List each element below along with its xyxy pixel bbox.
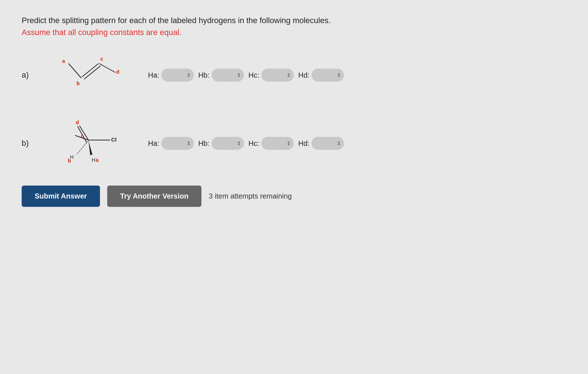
molecule-b-container: d c Cl H b H a	[47, 116, 134, 171]
instruction-line1: Predict the splitting pattern for each o…	[22, 16, 331, 25]
hb-select-b[interactable]: doublet triplet quartet singlet dd	[212, 137, 244, 150]
molecule-a-svg: a b c d	[47, 53, 126, 96]
hc-select-a[interactable]: doublet triplet quartet singlet dd	[261, 69, 294, 82]
attempts-text: 3 item attempts remaining	[209, 192, 292, 200]
label-b: b	[77, 81, 80, 86]
bond-bc-2	[84, 66, 101, 79]
hc-select-wrapper-a[interactable]: doublet triplet quartet singlet dd	[261, 69, 294, 82]
bond-cd	[99, 64, 116, 73]
answer-group-b-ha: Ha: doublet triplet quartet singlet dd	[148, 137, 194, 150]
hc-label-a: Hc:	[248, 71, 259, 79]
hc-select-b[interactable]: doublet triplet quartet singlet dd	[261, 137, 294, 150]
hb-select-wrapper-b[interactable]: doublet triplet quartet singlet dd	[212, 137, 244, 150]
problem-label-b: b)	[22, 139, 32, 148]
hb-select-a[interactable]: doublet triplet quartet singlet dd	[212, 69, 244, 82]
label-cl: Cl	[111, 136, 117, 143]
label-a: a	[62, 58, 65, 64]
molecule-b-svg: d c Cl H b H a	[47, 116, 130, 170]
label-b-b: b	[68, 158, 71, 164]
bond-hb	[77, 141, 88, 155]
hb-select-wrapper-a[interactable]: doublet triplet quartet singlet dd	[212, 69, 244, 82]
problem-row-a: a)	[22, 53, 566, 97]
molecule-a-container: a b c d	[47, 53, 134, 97]
main-container: Predict the splitting pattern for each o…	[0, 0, 588, 374]
answer-group-b-hc: Hc: doublet triplet quartet singlet dd	[248, 137, 294, 150]
instructions: Predict the splitting pattern for each o…	[22, 14, 566, 38]
bond-ha-wedge	[88, 141, 92, 155]
ha-select-wrapper-a[interactable]: doublet triplet quartet singlet dd	[161, 69, 194, 82]
ha-label-b: Ha:	[148, 139, 159, 148]
answer-group-b-hb: Hb: doublet triplet quartet singlet dd	[198, 137, 244, 150]
label-c-b: c	[81, 133, 84, 139]
answer-group-a-ha: Ha: doublet triplet quartet singlet dd	[148, 69, 194, 82]
hd-label-a: Hd:	[298, 71, 309, 79]
answer-group-a-hd: Hd: doublet triplet quartet singlet dd	[298, 69, 344, 82]
bond-ab	[69, 64, 81, 78]
ha-select-wrapper-b[interactable]: doublet triplet quartet singlet dd	[161, 137, 194, 150]
answer-group-b-hd: Hd: doublet triplet quartet singlet dd	[298, 137, 344, 150]
hd-select-a[interactable]: doublet triplet quartet singlet dd	[312, 69, 344, 82]
ha-label-a: Ha:	[148, 71, 159, 79]
hc-select-wrapper-b[interactable]: doublet triplet quartet singlet dd	[261, 137, 294, 150]
submit-button[interactable]: Submit Answer	[22, 186, 100, 207]
instruction-line2: Assume that all coupling constants are e…	[22, 28, 182, 37]
label-c: c	[100, 56, 103, 62]
hd-label-b: Hd:	[298, 139, 309, 148]
buttons-row: Submit Answer Try Another Version 3 item…	[22, 186, 566, 207]
ha-select-b[interactable]: doublet triplet quartet singlet dd	[161, 137, 194, 150]
problem-row-b: b)	[22, 116, 566, 171]
bond-bc-1	[82, 64, 99, 77]
try-another-button[interactable]: Try Another Version	[107, 186, 201, 207]
ha-select-a[interactable]: doublet triplet quartet singlet dd	[161, 69, 194, 82]
label-d: d	[116, 69, 119, 75]
hb-label-b: Hb:	[198, 139, 209, 148]
label-a-b: a	[96, 157, 99, 163]
label-ha-text: H	[92, 157, 95, 163]
answers-row-a: Ha: doublet triplet quartet singlet dd	[148, 69, 344, 82]
problem-label-a: a)	[22, 70, 32, 80]
label-d-b: d	[76, 119, 79, 125]
answer-group-a-hc: Hc: doublet triplet quartet singlet dd	[248, 69, 294, 82]
hc-label-b: Hc:	[248, 139, 259, 148]
answers-row-b: Ha: doublet triplet quartet singlet dd	[148, 137, 344, 150]
hd-select-wrapper-b[interactable]: doublet triplet quartet singlet dd	[312, 137, 344, 150]
answer-group-a-hb: Hb: doublet triplet quartet singlet dd	[198, 69, 244, 82]
problem-section: a)	[22, 53, 566, 171]
hb-label-a: Hb:	[198, 71, 209, 79]
hd-select-wrapper-a[interactable]: doublet triplet quartet singlet dd	[312, 69, 344, 82]
hd-select-b[interactable]: doublet triplet quartet singlet dd	[312, 137, 344, 150]
